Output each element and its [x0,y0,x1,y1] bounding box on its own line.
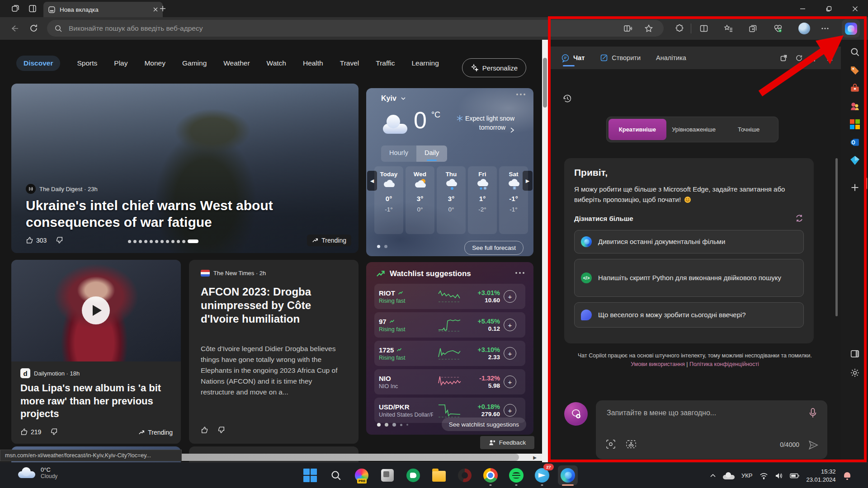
add-to-watchlist-button[interactable]: + [504,290,516,303]
read-aloud-icon[interactable] [620,21,636,36]
browser-tab[interactable]: Нова вкладка [43,2,163,17]
tab-close-icon[interactable] [153,7,158,12]
weather-pagination-dots[interactable] [377,245,387,248]
workspaces-icon[interactable] [11,4,20,13]
add-to-watchlist-button[interactable]: + [504,347,516,360]
nav-weather[interactable]: Weather [223,59,250,67]
privacy-link[interactable]: Політика конфіденційності [689,361,759,367]
microphone-icon[interactable] [808,408,817,419]
sidebar-shopping-icon[interactable] [848,63,862,77]
spotify-icon[interactable] [506,465,526,485]
watchlist-row[interactable]: 97 Rising fast +5.45%0.12 + [374,312,525,338]
forecast-day[interactable]: Sat -1°-1° [499,166,528,234]
refresh-icon[interactable] [29,23,38,33]
personalize-button[interactable]: Personalize [462,58,526,77]
sidebar-outlook-icon[interactable] [848,136,862,149]
language-indicator[interactable]: УКР [741,472,753,479]
app-window-icon[interactable] [377,465,397,485]
sidebar-drop-icon[interactable] [848,154,862,167]
weather-more-icon[interactable] [516,94,525,95]
profile-avatar[interactable] [798,23,810,34]
open-in-new-icon[interactable] [776,50,791,66]
sidebar-toolbox-icon[interactable] [848,81,862,95]
play-button[interactable] [82,296,110,324]
screenshot-scissors-icon[interactable] [626,439,637,449]
start-button[interactable] [300,465,320,485]
split-screen-icon[interactable] [696,21,712,36]
watchlist-more-icon[interactable] [515,272,524,274]
sidebar-add-icon[interactable] [848,181,862,194]
video-news-card[interactable]: d Dailymotion · 18h Dua Lipa's new album… [11,260,181,444]
settings-menu-icon[interactable] [817,21,833,36]
sidebar-search-icon[interactable] [848,45,862,59]
add-image-icon[interactable] [606,439,616,449]
hero-carousel-dots[interactable] [128,239,198,243]
forecast-day[interactable]: Wed 3°0° [406,166,434,234]
copilot-tab-insights[interactable]: Аналітика [656,47,686,69]
paint-preview-icon[interactable]: PRE [352,465,372,485]
feedback-button[interactable]: Feedback [480,436,534,449]
watchlist-row[interactable]: RIOT Rising fast +3.01%10.60 + [374,284,525,309]
favorite-star-icon[interactable] [641,21,656,36]
nav-discover[interactable]: Discover [16,56,60,71]
trending-badge[interactable]: Trending [307,235,351,246]
new-topic-button[interactable] [564,402,588,426]
taskbar-search-icon[interactable] [326,465,346,485]
watchlist-row[interactable]: 1725 Rising fast +3.10%2.33 + [374,341,525,366]
file-explorer-icon[interactable] [429,465,449,485]
sidebar-panel-toggle-icon[interactable] [848,347,862,361]
forecast-day[interactable]: Fri 1°-2° [468,166,497,234]
see-full-forecast-button[interactable]: See full forecast [464,241,524,255]
new-tab-button[interactable] [159,5,166,12]
address-bar[interactable] [47,20,664,37]
watchlist-widget[interactable]: Watchlist suggestions RIOT Rising fast +… [366,262,533,435]
add-to-watchlist-button[interactable]: + [504,375,516,388]
window-minimize-button[interactable] [792,0,813,17]
forecast-day[interactable]: Thu 3°0° [437,166,466,234]
sidebar-microsoft365-icon[interactable] [848,117,862,131]
weather-alert[interactable]: Expect light snow tomorrow [442,114,514,133]
edge-taskbar-icon[interactable] [558,465,578,485]
video-reactions[interactable]: 219 [20,428,58,436]
cycle-suggestions-icon[interactable] [795,214,804,223]
nav-travel[interactable]: Travel [340,59,359,67]
weather-widget[interactable]: Kyiv 0 °C Expect light snow tomorrow Hou… [366,88,533,256]
copilot-tab-compose[interactable]: Створити [600,47,641,69]
window-maximize-button[interactable] [818,0,839,17]
wifi-icon[interactable] [760,472,768,479]
nav-learning[interactable]: Learning [411,59,439,67]
watchlist-pagination-dots[interactable] [377,423,408,427]
app-ring-icon[interactable] [455,465,475,485]
nav-sports[interactable]: Sports [77,59,97,67]
tray-expand-icon[interactable] [710,473,716,479]
evernote-icon[interactable] [403,465,423,485]
copilot-scrollbar[interactable] [835,158,838,316]
style-creative[interactable]: Креативніше [609,119,666,140]
nav-gaming[interactable]: Gaming [182,59,207,67]
horizontal-scrollbar-arrow[interactable]: ▶ [528,454,542,461]
add-to-watchlist-button[interactable]: + [504,319,516,331]
back-icon[interactable] [10,24,19,33]
tab-actions-icon[interactable] [28,4,37,13]
suggestion-chip[interactable]: </> Напишіть скрипт Python для виконання… [574,259,804,297]
sidebar-games-icon[interactable] [848,99,862,113]
close-panel-icon[interactable] [822,50,837,66]
style-balanced[interactable]: Урівноваженіше [666,119,722,140]
extensions-icon[interactable] [672,21,687,36]
refresh-panel-icon[interactable] [791,50,807,66]
browser-essentials-icon[interactable] [770,21,786,36]
volume-icon[interactable] [775,472,783,479]
nav-health[interactable]: Health [303,59,323,67]
terms-link[interactable]: Умови використання [631,361,685,367]
copilot-input-box[interactable]: 0/4000 [596,400,827,459]
article-reactions[interactable] [201,426,225,434]
telegram-icon[interactable]: 27 [532,465,552,485]
hero-news-card[interactable]: The Daily Digest · 23h Ukraine's intel c… [11,84,359,253]
add-to-watchlist-button[interactable]: + [504,404,516,417]
send-icon[interactable] [808,440,818,450]
see-watchlist-suggestions-button[interactable]: See watchlist suggestions [442,418,526,431]
chrome-icon[interactable] [481,465,500,485]
tab-hourly[interactable]: Hourly [381,145,416,162]
notification-bell-icon[interactable] [843,471,852,480]
copilot-input[interactable] [606,408,779,418]
